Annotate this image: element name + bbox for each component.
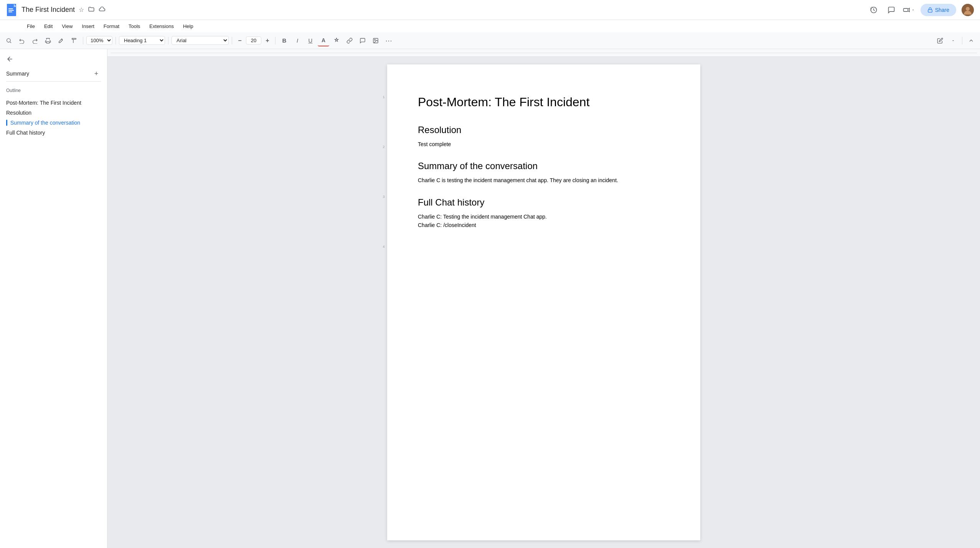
title-bar-right: Share — [868, 4, 974, 16]
summary-row: Summary + — [6, 69, 101, 78]
menu-edit[interactable]: Edit — [40, 22, 56, 31]
body-summary: Charlie C is testing the incident manage… — [418, 176, 670, 184]
separator-6 — [962, 37, 962, 44]
right-spacer — [700, 64, 707, 540]
add-comment-button[interactable] — [357, 35, 368, 46]
svg-rect-8 — [928, 10, 932, 12]
menu-view[interactable]: View — [58, 22, 76, 31]
chat-line-1: Charlie C: Testing the incident manageme… — [418, 214, 547, 220]
outline-item-resolution[interactable]: Resolution — [6, 108, 101, 118]
insert-image-button[interactable] — [370, 35, 381, 46]
share-label: Share — [935, 7, 949, 13]
ruler-area: 1 2 3 4 Post-Mortem: The First Incident … — [107, 49, 980, 548]
title-bar: The First Incident ☆ Share — [0, 0, 980, 20]
separator-2 — [115, 37, 116, 44]
left-margin: 1 2 3 4 — [380, 64, 387, 540]
svg-rect-4 — [8, 10, 14, 11]
ruler — [107, 49, 980, 57]
font-select[interactable]: Arial Times New Roman Georgia — [172, 36, 229, 45]
sidebar: Summary + Outline Post-Mortem: The First… — [0, 49, 107, 548]
heading-summary: Summary of the conversation — [418, 161, 670, 171]
add-summary-button[interactable]: + — [92, 69, 101, 78]
separator-1 — [83, 37, 83, 44]
google-docs-icon — [6, 3, 18, 17]
italic-button[interactable]: I — [292, 35, 303, 46]
video-icon[interactable] — [903, 4, 915, 16]
title-bar-left: The First Incident ☆ — [6, 3, 865, 17]
menu-bar: File Edit View Insert Format Tools Exten… — [0, 20, 980, 32]
menu-insert[interactable]: Insert — [78, 22, 98, 31]
separator-4 — [232, 37, 232, 44]
menu-format[interactable]: Format — [100, 22, 123, 31]
outline-item-main-title[interactable]: Post-Mortem: The First Incident — [6, 98, 101, 108]
separator-5 — [275, 37, 276, 44]
document-page[interactable]: Post-Mortem: The First Incident Resoluti… — [387, 64, 700, 540]
body-resolution: Test complete — [418, 140, 670, 148]
collapse-button[interactable] — [965, 35, 977, 46]
highlight-button[interactable] — [331, 35, 342, 46]
font-size-increase[interactable]: + — [263, 36, 272, 45]
share-button[interactable]: Share — [921, 4, 956, 16]
chat-line-2: Charlie C: /closeIncident — [418, 222, 476, 228]
text-color-button[interactable]: A — [318, 35, 329, 46]
undo-button[interactable] — [16, 35, 28, 46]
body-chat-history: Charlie C: Testing the incident manageme… — [418, 212, 670, 230]
toolbar-right — [934, 35, 977, 46]
svg-rect-3 — [8, 8, 13, 9]
font-size-decrease[interactable]: − — [235, 36, 244, 45]
editing-mode-button[interactable] — [934, 35, 946, 46]
outline-item-summary[interactable]: Summary of the conversation — [6, 118, 101, 128]
menu-tools[interactable]: Tools — [125, 22, 144, 31]
svg-rect-12 — [46, 41, 49, 43]
document-title: The First Incident — [21, 6, 75, 14]
back-button[interactable] — [6, 55, 101, 63]
cloud-icon[interactable] — [99, 6, 106, 14]
heading-resolution: Resolution — [418, 125, 670, 135]
underline-button[interactable]: U — [305, 35, 316, 46]
heading-chat-history: Full Chat history — [418, 197, 670, 208]
svg-rect-5 — [8, 12, 12, 12]
avatar[interactable] — [962, 4, 974, 16]
title-icons: ☆ — [79, 6, 106, 14]
sidebar-divider — [6, 81, 101, 82]
comment-icon[interactable] — [885, 4, 898, 16]
redo-button[interactable] — [29, 35, 41, 46]
bold-button[interactable]: B — [279, 35, 290, 46]
style-select[interactable]: Heading 1 Normal text Heading 2 Heading … — [119, 36, 165, 45]
menu-extensions[interactable]: Extensions — [145, 22, 178, 31]
svg-point-11 — [7, 38, 10, 42]
star-icon[interactable]: ☆ — [79, 6, 84, 13]
document-area[interactable]: 1 2 3 4 Post-Mortem: The First Incident … — [107, 57, 980, 548]
main-content: Summary + Outline Post-Mortem: The First… — [0, 49, 980, 548]
ruler-svg — [111, 49, 977, 57]
paint-format-button[interactable] — [68, 35, 80, 46]
outline-item-chat-history[interactable]: Full Chat history — [6, 128, 101, 138]
history-icon[interactable] — [868, 4, 880, 16]
outline-label: Outline — [6, 88, 101, 93]
svg-point-14 — [375, 39, 376, 40]
separator-3 — [168, 37, 168, 44]
editing-dropdown[interactable] — [947, 35, 959, 46]
link-button[interactable] — [344, 35, 355, 46]
search-button[interactable] — [3, 35, 15, 46]
menu-help[interactable]: Help — [179, 22, 197, 31]
font-size-input[interactable] — [246, 36, 261, 44]
summary-label: Summary — [6, 71, 29, 77]
folder-icon[interactable] — [88, 6, 95, 14]
toolbar: 100% 75% 125% 150% Heading 1 Normal text… — [0, 32, 980, 49]
menu-file[interactable]: File — [23, 22, 39, 31]
svg-point-10 — [966, 7, 970, 11]
print-button[interactable] — [42, 35, 54, 46]
more-options-button[interactable]: ⋯ — [383, 35, 394, 46]
svg-rect-7 — [903, 8, 908, 12]
zoom-select[interactable]: 100% 75% 125% 150% — [86, 36, 112, 45]
doc-main-title[interactable]: Post-Mortem: The First Incident — [418, 95, 670, 109]
spellcheck-button[interactable] — [55, 35, 67, 46]
